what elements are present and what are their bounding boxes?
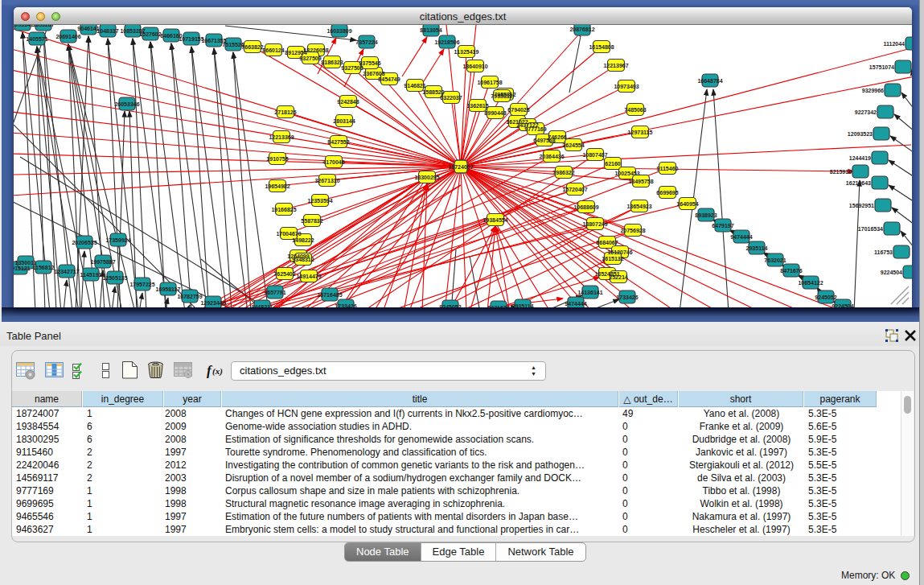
svg-text:26053346: 26053346 <box>114 101 139 107</box>
svg-text:18724007: 18724007 <box>448 164 473 170</box>
svg-text:14914479: 14914479 <box>296 274 321 279</box>
svg-text:9348312: 9348312 <box>292 257 314 262</box>
svg-text:9115460: 9115460 <box>657 166 679 171</box>
svg-text:14136141: 14136141 <box>577 290 602 295</box>
svg-text:1156812: 1156812 <box>33 265 55 270</box>
svg-text:16782759: 16782759 <box>177 294 202 299</box>
svg-text:1405571: 1405571 <box>26 36 47 42</box>
svg-text:9777169: 9777169 <box>524 126 546 132</box>
svg-text:12213369: 12213369 <box>269 134 294 140</box>
svg-text:19654982: 19654982 <box>265 183 290 189</box>
svg-text:252214: 252214 <box>609 274 627 280</box>
svg-text:8215938: 8215938 <box>830 169 852 175</box>
svg-text:116753: 116753 <box>874 249 893 255</box>
svg-text:16120746: 16120746 <box>607 249 632 255</box>
svg-text:8938923: 8938923 <box>695 212 717 218</box>
svg-text:1112044: 1112044 <box>884 41 906 47</box>
svg-text:10688609: 10688609 <box>573 204 598 210</box>
svg-text:15716485: 15716485 <box>317 292 342 298</box>
svg-text:10654122: 10654122 <box>798 280 823 286</box>
svg-text:9245052: 9245052 <box>815 295 836 300</box>
svg-text:17004670: 17004670 <box>276 231 301 237</box>
svg-text:9474444: 9474444 <box>565 301 586 307</box>
svg-text:1853287: 1853287 <box>32 25 54 27</box>
svg-text:1362615: 1362615 <box>466 103 488 109</box>
svg-text:18495758: 18495758 <box>628 179 653 184</box>
svg-text:18640910: 18640910 <box>462 64 487 69</box>
svg-text:6322037: 6322037 <box>440 95 462 101</box>
svg-text:10807487: 10807487 <box>582 152 607 158</box>
svg-text:9327509: 9327509 <box>299 56 321 61</box>
svg-text:17359924: 17359924 <box>105 237 130 243</box>
svg-text:32671310: 32671310 <box>314 178 339 183</box>
svg-text:9448211: 9448211 <box>252 304 273 308</box>
svg-text:2803144: 2803144 <box>333 118 355 124</box>
svg-text:9245052: 9245052 <box>439 304 461 308</box>
svg-text:1048337: 1048337 <box>97 28 118 34</box>
svg-text:8454749: 8454749 <box>378 76 400 82</box>
svg-text:7955812: 7955812 <box>491 93 512 99</box>
svg-text:10025453: 10025453 <box>614 171 639 176</box>
svg-text:1527602: 1527602 <box>139 31 161 37</box>
svg-text:15720407: 15720407 <box>562 187 587 192</box>
svg-text:16648784: 16648784 <box>697 78 722 84</box>
svg-text:8471676: 8471676 <box>487 305 509 308</box>
svg-text:19218506: 19218506 <box>434 39 459 45</box>
svg-text:16033809: 16033809 <box>326 28 351 34</box>
svg-text:9657791: 9657791 <box>264 290 285 295</box>
svg-text:1498222: 1498222 <box>292 237 314 243</box>
svg-text:746266: 746266 <box>548 134 566 140</box>
svg-text:13226058: 13226058 <box>303 47 328 53</box>
svg-text:19384554: 19384554 <box>483 217 507 223</box>
svg-text:12342717: 12342717 <box>54 269 79 274</box>
svg-text:20756928: 20756928 <box>620 228 645 233</box>
svg-text:12923446: 12923446 <box>200 300 225 306</box>
svg-text:1588520: 1588520 <box>422 89 444 95</box>
svg-text:8813054: 8813054 <box>420 27 441 33</box>
svg-text:2935114: 2935114 <box>746 245 768 251</box>
svg-text:(x): (x) <box>212 366 223 377</box>
svg-text:6479197: 6479197 <box>712 223 733 229</box>
svg-text:1733426: 1733426 <box>335 303 356 308</box>
svg-text:6699695: 6699695 <box>656 190 678 196</box>
svg-text:17016534: 17016534 <box>858 226 883 232</box>
svg-text:8990448: 8990448 <box>484 110 506 116</box>
svg-text:1145191: 1145191 <box>80 272 102 278</box>
svg-text:11325419: 11325419 <box>454 49 479 55</box>
svg-text:13654923: 13654923 <box>626 204 651 209</box>
svg-text:12213967: 12213967 <box>603 63 628 68</box>
svg-text:7357224: 7357224 <box>355 39 377 45</box>
svg-text:20876812: 20876812 <box>569 27 594 32</box>
svg-text:2935114: 2935114 <box>512 303 534 308</box>
svg-text:16958117: 16958117 <box>156 286 181 292</box>
svg-text:8427552: 8427552 <box>327 139 349 145</box>
svg-text:16961758: 16961758 <box>477 80 502 85</box>
svg-text:19975887: 19975887 <box>90 259 115 265</box>
svg-text:1733426: 1733426 <box>616 295 638 300</box>
svg-text:18300295: 18300295 <box>414 175 439 180</box>
svg-text:20206535: 20206535 <box>72 240 97 245</box>
svg-text:16210643: 16210643 <box>846 180 871 186</box>
svg-text:17957225: 17957225 <box>129 282 154 287</box>
svg-text:20364436: 20364436 <box>539 154 564 159</box>
svg-text:9375546: 9375546 <box>359 60 380 66</box>
svg-text:9224504: 9224504 <box>881 270 902 275</box>
svg-text:7663822: 7663822 <box>241 44 263 50</box>
svg-text:2093141: 2093141 <box>14 25 34 27</box>
svg-text:9227342: 9227342 <box>855 109 877 115</box>
svg-text:3915121: 3915121 <box>14 266 31 271</box>
svg-text:7485063: 7485063 <box>624 107 646 113</box>
svg-text:9474444: 9474444 <box>730 234 752 240</box>
svg-text:9327503: 9327503 <box>341 65 363 71</box>
svg-text:20691406: 20691406 <box>55 34 80 39</box>
svg-text:6794028: 6794028 <box>507 107 529 113</box>
svg-text:9242848: 9242848 <box>337 99 359 105</box>
svg-text:10719155: 10719155 <box>179 36 203 42</box>
svg-text:7986322: 7986322 <box>552 170 574 175</box>
svg-text:18807249: 18807249 <box>582 221 607 227</box>
svg-text:1615132: 1615132 <box>602 256 623 262</box>
svg-text:4170046: 4170046 <box>322 159 344 165</box>
svg-text:9224504: 9224504 <box>832 303 853 308</box>
svg-text:15751074: 15751074 <box>869 64 894 70</box>
svg-text:8471676: 8471676 <box>780 268 802 274</box>
